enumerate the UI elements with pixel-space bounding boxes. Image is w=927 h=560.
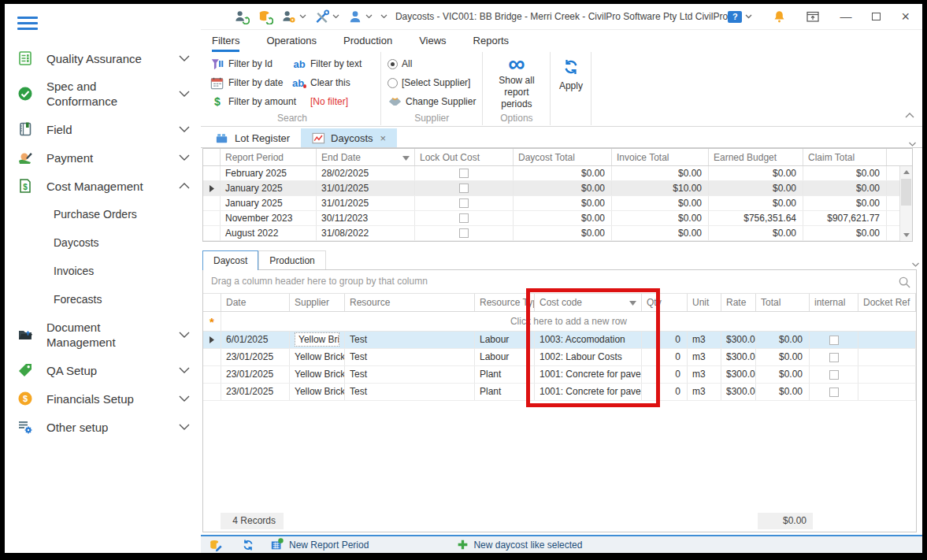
column-header-claim-total[interactable]: Claim Total: [803, 149, 887, 165]
ribbon-tab-views[interactable]: Views: [419, 35, 446, 52]
column-header-daycost-total[interactable]: Daycost Total: [514, 149, 612, 165]
cell-claim-total[interactable]: $0.00: [803, 196, 887, 210]
cell-resource[interactable]: Test: [345, 349, 475, 365]
help-button[interactable]: ?: [728, 11, 752, 23]
cell-docket-ref[interactable]: [858, 366, 916, 383]
chevron-down-icon[interactable]: [179, 395, 190, 402]
cell-daycost-total[interactable]: $0.00: [514, 196, 612, 210]
chevron-down-icon[interactable]: [179, 367, 190, 373]
ribbon-tab-operations[interactable]: Operations: [266, 35, 317, 52]
sidebar-item-spec-and-conformance[interactable]: Spec and Conformance: [5, 72, 201, 115]
table-row[interactable]: January 202531/01/2025$0.00$0.00$0.00$0.…: [203, 196, 912, 211]
hamburger-menu-icon[interactable]: [17, 17, 38, 30]
filter-by-id-button[interactable]: Filter by Id: [210, 57, 292, 71]
column-header-unit[interactable]: Unit: [688, 294, 721, 311]
column-header-earned-budget[interactable]: Earned Budget: [709, 149, 803, 165]
cell-report-period[interactable]: January 2025: [221, 196, 317, 210]
cell-cost-code[interactable]: 1003: Accomodation: [535, 332, 642, 348]
table-row[interactable]: 23/01/2025Yellow Brick...TestPlant1001: …: [203, 384, 916, 401]
cell-lock-out-cost[interactable]: [415, 226, 514, 240]
filter-by-date-button[interactable]: Filter by date: [210, 76, 292, 90]
cell-earned-budget[interactable]: $0.00: [709, 181, 803, 195]
ribbon-tab-production[interactable]: Production: [343, 35, 392, 52]
no-filter-button[interactable]: [No filter]: [292, 96, 374, 107]
cell-lock-out-cost[interactable]: [415, 166, 514, 180]
scrollbar-thumb[interactable]: [901, 179, 911, 206]
scroll-down-icon[interactable]: [900, 229, 912, 241]
dock-window-icon[interactable]: [806, 11, 819, 22]
close-button[interactable]: ×: [901, 11, 910, 22]
cell-resource-type[interactable]: Plant: [475, 384, 535, 400]
show-all-report-periods-button[interactable]: ∞ Show all report periods: [489, 54, 543, 110]
cell-date[interactable]: 23/01/2025: [221, 384, 290, 400]
chevron-down-icon[interactable]: [179, 126, 190, 132]
cell-invoice-total[interactable]: $0.00: [612, 226, 709, 240]
column-header-report-period[interactable]: Report Period: [221, 149, 317, 165]
cell-resource[interactable]: Test: [345, 384, 475, 400]
sidebar-item-other-setup[interactable]: Other setup: [5, 413, 201, 441]
cell-invoice-total[interactable]: $0.00: [612, 211, 709, 225]
cell-claim-total[interactable]: $0.00: [803, 226, 887, 240]
cell-internal[interactable]: [810, 332, 858, 348]
chevron-down-icon[interactable]: [179, 91, 190, 97]
tab-lot-register[interactable]: Lot Register: [204, 128, 301, 147]
cell-earned-budget[interactable]: $0.00: [709, 226, 803, 240]
checkbox-unchecked[interactable]: [459, 169, 469, 178]
cell-earned-budget[interactable]: $756,351.64: [709, 211, 803, 225]
scroll-up-icon[interactable]: [900, 166, 912, 178]
cell-total[interactable]: $0.00: [756, 366, 810, 383]
tab-daycosts[interactable]: Daycosts ×: [301, 128, 397, 147]
cell-rate[interactable]: $300.00: [721, 366, 756, 383]
cell-supplier[interactable]: Yellow Brick...: [290, 384, 345, 400]
tab-daycost[interactable]: Daycost: [202, 250, 258, 270]
supplier-radio-select[interactable]: [Select Supplier]: [387, 73, 476, 92]
collapse-ribbon-icon[interactable]: [905, 107, 914, 121]
checkbox-unchecked[interactable]: [829, 336, 839, 345]
cell-claim-total[interactable]: $0.00: [803, 166, 887, 180]
column-header-end-date[interactable]: End Date: [317, 149, 415, 165]
cell-total[interactable]: $0.00: [756, 384, 810, 400]
cell-end-date[interactable]: 30/11/2023: [317, 211, 415, 225]
checkbox-unchecked[interactable]: [459, 184, 469, 193]
cell-claim-total[interactable]: $907,621.77: [803, 211, 887, 225]
cell-lock-out-cost[interactable]: [415, 196, 514, 210]
cell-cost-code[interactable]: 1001: Concrete for pavem...: [535, 366, 642, 383]
checkbox-unchecked[interactable]: [829, 370, 839, 380]
ribbon-tab-filters[interactable]: Filters: [212, 35, 239, 52]
cell-unit[interactable]: m3: [688, 366, 721, 383]
column-header-lock-out-cost[interactable]: Lock Out Cost: [415, 149, 514, 165]
close-icon[interactable]: ×: [380, 132, 387, 144]
user-refresh-button[interactable]: [234, 9, 250, 24]
cell-supplier[interactable]: Yellow Brick...: [290, 332, 345, 348]
sidebar-item-purchase-orders[interactable]: Purchase Orders: [5, 200, 201, 228]
column-header-total[interactable]: Total: [756, 294, 810, 311]
chevron-down-icon[interactable]: [912, 256, 919, 270]
chevron-up-icon[interactable]: [179, 183, 190, 189]
cell-total[interactable]: $0.00: [756, 349, 810, 365]
cell-invoice-total[interactable]: $0.00: [612, 166, 709, 180]
chevron-down-icon[interactable]: [179, 424, 190, 430]
supplier-editor-cell[interactable]: Yellow Brick...: [295, 332, 339, 347]
cell-docket-ref[interactable]: [858, 332, 916, 348]
column-header-date[interactable]: Date: [221, 294, 290, 311]
table-row[interactable]: 6/01/2025Yellow Brick...TestLabour1003: …: [203, 332, 916, 349]
new-row-hint[interactable]: Click here to add a new row: [221, 312, 916, 331]
table-row[interactable]: 23/01/2025Yellow Brick...TestLabour1002:…: [203, 349, 916, 366]
column-header-cost-code[interactable]: Cost code: [535, 294, 642, 311]
cell-resource-type[interactable]: Labour: [475, 332, 535, 348]
cell-daycost-total[interactable]: $0.00: [514, 226, 612, 240]
cell-lock-out-cost[interactable]: [415, 211, 514, 225]
table-row[interactable]: January 202531/01/2025$0.00$10.00$0.00$0…: [203, 181, 912, 196]
filter-by-amount-button[interactable]: $Filter by amount: [210, 95, 292, 108]
cell-cost-code[interactable]: 1002: Labour Costs: [535, 349, 642, 365]
sidebar-item-payment[interactable]: Payment: [5, 143, 201, 172]
cell-unit[interactable]: m3: [688, 349, 721, 365]
cell-earned-budget[interactable]: $0.00: [709, 196, 803, 210]
cell-rate[interactable]: $300.00: [721, 384, 756, 400]
cell-resource[interactable]: Test: [345, 332, 475, 348]
filter-by-text-button[interactable]: abFilter by text: [292, 58, 374, 70]
cell-daycost-total[interactable]: $0.00: [514, 211, 612, 225]
column-header-resource[interactable]: Resource: [345, 294, 475, 311]
cell-unit[interactable]: m3: [688, 332, 721, 348]
change-supplier-button[interactable]: Change Supplier: [387, 92, 476, 111]
